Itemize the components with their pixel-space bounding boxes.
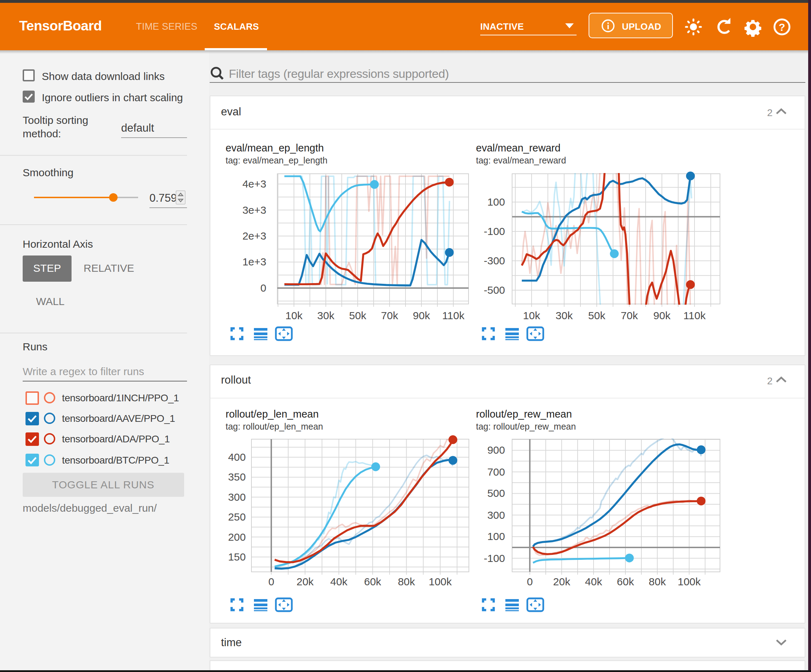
svg-text:50k: 50k bbox=[349, 310, 366, 321]
svg-text:4e+3: 4e+3 bbox=[242, 178, 266, 190]
svg-text:2e+3: 2e+3 bbox=[242, 230, 266, 242]
svg-text:900: 900 bbox=[487, 444, 505, 456]
svg-text:80k: 80k bbox=[649, 576, 666, 587]
svg-text:700: 700 bbox=[487, 466, 505, 478]
svg-text:3e+3: 3e+3 bbox=[242, 204, 266, 216]
svg-text:30k: 30k bbox=[317, 310, 335, 321]
svg-text:60k: 60k bbox=[617, 576, 634, 587]
svg-text:30k: 30k bbox=[556, 310, 573, 321]
svg-text:0: 0 bbox=[268, 576, 275, 587]
svg-text:300: 300 bbox=[228, 491, 246, 503]
svg-text:20k: 20k bbox=[553, 576, 570, 587]
svg-text:100k: 100k bbox=[677, 576, 701, 587]
svg-text:110k: 110k bbox=[684, 310, 706, 321]
svg-text:-300: -300 bbox=[484, 255, 505, 266]
svg-text:40k: 40k bbox=[331, 576, 348, 587]
svg-text:10k: 10k bbox=[285, 310, 303, 321]
svg-text:0: 0 bbox=[260, 282, 266, 294]
svg-text:20k: 20k bbox=[297, 576, 314, 587]
svg-text:70k: 70k bbox=[621, 310, 638, 321]
svg-text:-500: -500 bbox=[484, 284, 505, 296]
svg-text:1e+3: 1e+3 bbox=[242, 256, 266, 267]
svg-text:90k: 90k bbox=[653, 310, 671, 321]
svg-text:70k: 70k bbox=[381, 310, 399, 321]
svg-text:90k: 90k bbox=[413, 310, 430, 321]
svg-text:40k: 40k bbox=[585, 576, 602, 587]
svg-text:50k: 50k bbox=[588, 310, 606, 321]
svg-text:0: 0 bbox=[527, 576, 533, 587]
svg-text:400: 400 bbox=[228, 451, 246, 463]
svg-text:-100: -100 bbox=[484, 225, 505, 237]
svg-text:100: 100 bbox=[487, 530, 505, 542]
svg-text:110k: 110k bbox=[442, 310, 465, 321]
svg-text:150: 150 bbox=[228, 551, 246, 563]
svg-text:100k: 100k bbox=[429, 576, 452, 587]
svg-text:-100: -100 bbox=[484, 552, 505, 564]
svg-text:80k: 80k bbox=[398, 576, 415, 587]
svg-text:250: 250 bbox=[228, 511, 246, 523]
svg-text:10k: 10k bbox=[523, 310, 540, 321]
svg-text:200: 200 bbox=[228, 531, 246, 543]
svg-text:300: 300 bbox=[487, 509, 505, 521]
svg-text:60k: 60k bbox=[364, 576, 382, 587]
svg-text:350: 350 bbox=[228, 471, 246, 483]
svg-text:100: 100 bbox=[487, 196, 505, 208]
svg-text:500: 500 bbox=[487, 487, 505, 499]
